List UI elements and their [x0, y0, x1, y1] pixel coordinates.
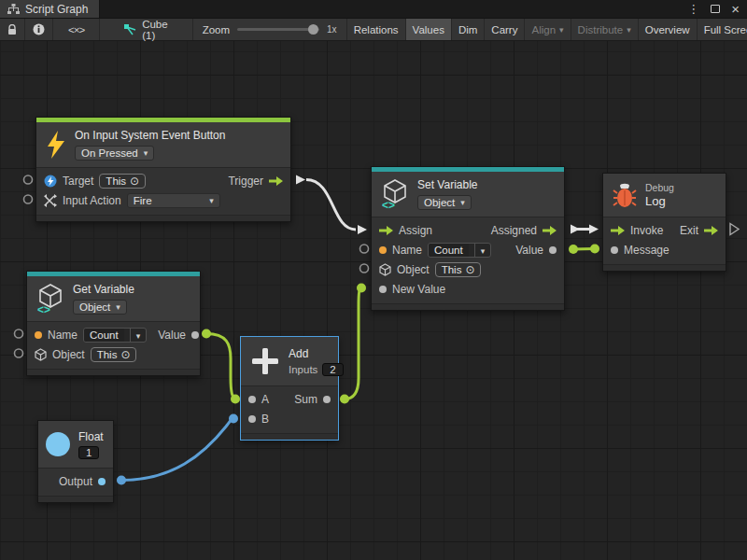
script-graph-window: Script Graph ⋮ × <×> Cube (1) — [0, 0, 747, 560]
align-label: Align — [531, 24, 556, 35]
carry-label: Carry — [491, 24, 517, 35]
values-label: Values — [413, 24, 444, 35]
graph-toolbar: <×> Cube (1) Zoom 1x Relations Values Di… — [0, 19, 747, 41]
tab-script-graph[interactable]: Script Graph — [0, 0, 100, 18]
external-port[interactable] — [24, 175, 33, 184]
chevron-down-icon: ▾ — [559, 25, 564, 35]
collapse-selection-button[interactable]: <×> — [53, 19, 100, 40]
carry-button[interactable]: Carry — [485, 19, 525, 40]
wires-overlay — [0, 41, 747, 560]
dim-button[interactable]: Dim — [452, 19, 485, 40]
wire-float-to-add-b — [117, 414, 238, 485]
info-button[interactable] — [25, 19, 53, 40]
zoom-slider-handle[interactable] — [308, 24, 318, 35]
overview-label: Overview — [645, 24, 690, 35]
wire-value-to-message — [569, 245, 599, 255]
chevron-down-icon: ▾ — [627, 25, 631, 35]
external-port[interactable] — [360, 264, 369, 273]
lock-icon — [7, 24, 17, 35]
tab-title: Script Graph — [25, 3, 88, 16]
zoom-label: Zoom — [203, 24, 230, 35]
zoom-control: Zoom 1x — [192, 19, 347, 40]
graph-canvas[interactable]: On Input System Event Button On Pressed … — [0, 41, 747, 560]
window-controls: ⋮ × — [687, 0, 747, 18]
overview-button[interactable]: Overview — [639, 19, 698, 40]
zoom-value: 1x — [327, 24, 337, 35]
fullscreen-label: Full Screen — [704, 24, 747, 35]
graph-hierarchy-icon — [7, 4, 20, 14]
external-port[interactable] — [15, 329, 23, 338]
wire-trigger-to-assign — [296, 175, 367, 235]
external-exit-port[interactable] — [730, 224, 739, 235]
maximize-icon[interactable] — [711, 5, 720, 13]
relations-label: Relations — [354, 24, 399, 35]
menu-dots-icon[interactable]: ⋮ — [687, 3, 699, 15]
values-button[interactable]: Values — [406, 19, 452, 40]
wire-sum-to-new-value — [340, 284, 366, 404]
graph-pointer-breadcrumb[interactable]: Cube (1) — [100, 19, 176, 40]
wire-getvariable-to-add-a — [202, 329, 240, 404]
dim-label: Dim — [458, 24, 477, 35]
external-port[interactable] — [24, 195, 33, 203]
relations-button[interactable]: Relations — [347, 19, 406, 40]
external-port[interactable] — [360, 245, 369, 253]
align-dropdown-button[interactable]: Align▾ — [525, 19, 571, 40]
lock-button[interactable] — [0, 19, 25, 40]
info-icon — [33, 23, 45, 35]
distribute-dropdown-button[interactable]: Distribute▾ — [571, 19, 639, 40]
external-port[interactable] — [15, 349, 23, 357]
fullscreen-button[interactable]: Full Screen — [698, 19, 747, 40]
tab-bar: Script Graph ⋮ × — [0, 0, 747, 19]
close-icon[interactable]: × — [731, 2, 740, 16]
wire-assigned-to-invoke — [571, 225, 599, 234]
distribute-label: Distribute — [578, 24, 624, 35]
collapse-icon: <×> — [68, 24, 84, 35]
graph-pointer-label: Cube (1) — [142, 19, 168, 41]
zoom-slider[interactable] — [237, 28, 319, 31]
graph-pointer-icon — [124, 24, 137, 35]
